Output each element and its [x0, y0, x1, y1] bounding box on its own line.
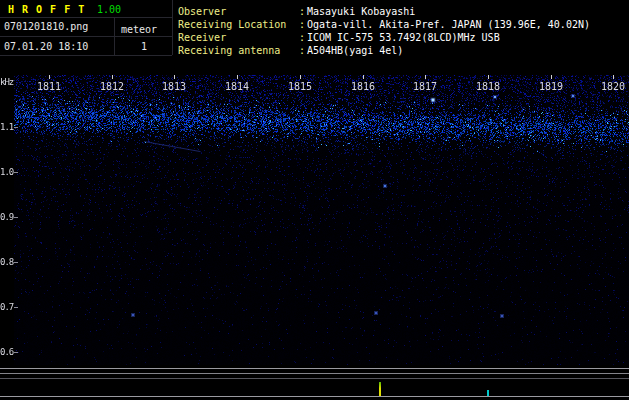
- x-tick-label: 1814: [225, 81, 249, 92]
- x-tick-mark: [300, 75, 301, 79]
- cyan-marker: [487, 390, 489, 396]
- header-gridline: [0, 17, 172, 18]
- spectrogram-panel: kHz1.11.00.90.80.70.6 181118121813181418…: [0, 75, 629, 365]
- info-colon: :: [297, 31, 307, 44]
- header-gridline: [172, 0, 173, 55]
- x-tick-mark: [174, 75, 175, 79]
- info-colon: :: [297, 18, 307, 31]
- header-gridline: [0, 36, 172, 37]
- x-tick-mark: [551, 75, 552, 79]
- x-tick-label: 1812: [100, 81, 124, 92]
- amplitude-gridline: [0, 368, 629, 369]
- app-version: 1.00: [97, 4, 121, 16]
- info-label: Observer: [178, 5, 297, 18]
- output-filename: 0701201810.png: [4, 21, 88, 33]
- info-label: Receiving Location: [178, 18, 297, 31]
- header: H R O F F T 1.00 0701201810.png meteor 0…: [0, 0, 629, 75]
- app-title: H R O F F T: [8, 4, 85, 16]
- header-gridline: [114, 17, 115, 55]
- info-value: ICOM IC-575 53.7492(8LCD)MHz USB: [307, 31, 590, 44]
- meteor-echo-spike: [379, 382, 381, 396]
- x-tick-label: 1811: [37, 81, 61, 92]
- x-tick-mark: [49, 75, 50, 79]
- x-tick-label: 1819: [539, 81, 563, 92]
- info-colon: :: [297, 44, 307, 57]
- amplitude-gridline: [0, 396, 629, 397]
- info-value: Masayuki Kobayashi: [307, 5, 590, 18]
- observation-datetime: 07.01.20 18:10: [4, 41, 88, 53]
- station-info: Observer:Masayuki KobayashiReceiving Loc…: [178, 5, 590, 57]
- x-tick-label: 1816: [351, 81, 375, 92]
- x-tick-label: 1818: [476, 81, 500, 92]
- info-label: Receiving antenna: [178, 44, 297, 57]
- x-tick-mark: [363, 75, 364, 79]
- x-axis: 1811181218131814181518161817181818191820: [0, 75, 629, 365]
- mode-label: meteor: [121, 24, 157, 36]
- x-tick-label: 1815: [288, 81, 312, 92]
- amplitude-panel: [0, 366, 629, 400]
- x-tick-mark: [613, 75, 614, 79]
- x-tick-mark: [488, 75, 489, 79]
- info-value: Ogata-vill. Akita-Pref. JAPAN (139.96E, …: [307, 18, 590, 31]
- info-colon: :: [297, 5, 307, 18]
- x-tick-label: 1817: [413, 81, 437, 92]
- meteor-count: 1: [141, 41, 147, 53]
- header-gridline: [0, 55, 172, 56]
- amplitude-gridline: [0, 373, 629, 374]
- x-tick-label: 1820: [601, 81, 625, 92]
- x-tick-mark: [112, 75, 113, 79]
- hrofft-window: H R O F F T 1.00 0701201810.png meteor 0…: [0, 0, 629, 400]
- x-tick-mark: [425, 75, 426, 79]
- x-tick-mark: [237, 75, 238, 79]
- info-value: A504HB(yagi 4el): [307, 44, 590, 57]
- x-tick-label: 1813: [162, 81, 186, 92]
- amplitude-gridline: [0, 378, 629, 379]
- info-label: Receiver: [178, 31, 297, 44]
